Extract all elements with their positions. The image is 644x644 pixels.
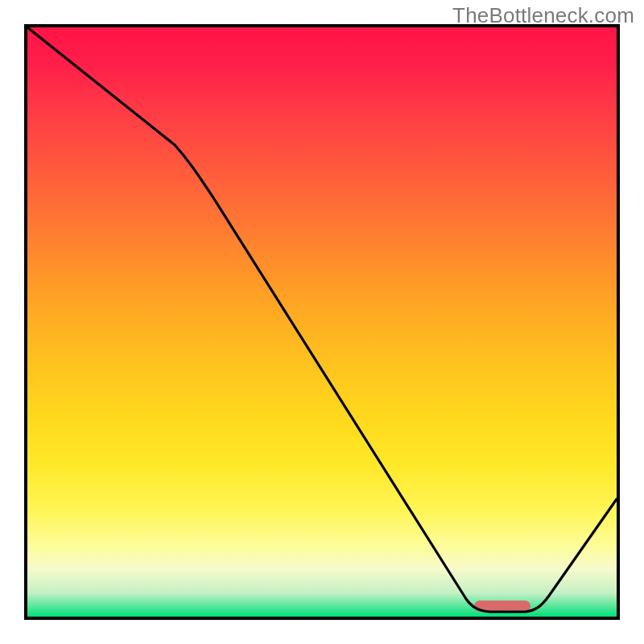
watermark-text: TheBottleneck.com [452,3,634,28]
chart-overlay [27,27,617,617]
chart-container: TheBottleneck.com [0,0,644,644]
bottleneck-curve-line [27,27,617,612]
